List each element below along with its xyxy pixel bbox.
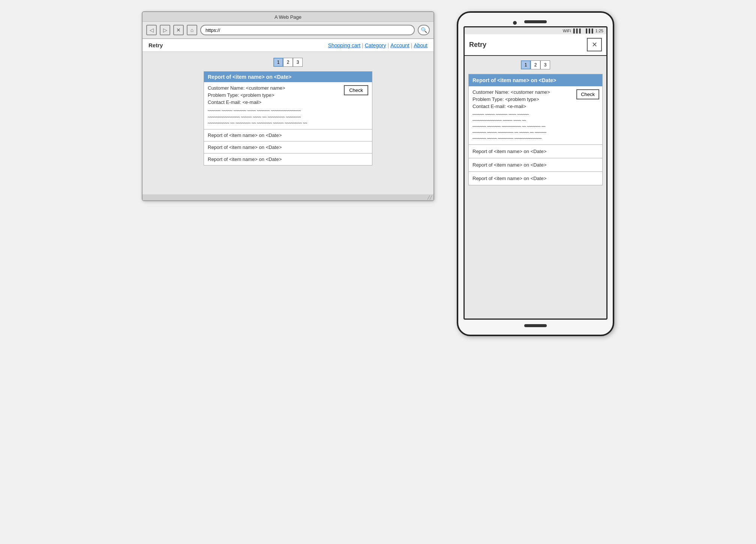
nav-sep-1: | xyxy=(362,42,363,48)
browser-scrollbar[interactable]: ╱╱ xyxy=(142,194,434,200)
report-title-3: Report of <item name> on <Date> xyxy=(208,144,282,150)
phone-report-title: Report of <item name> on <Date> xyxy=(472,77,556,83)
phone-speaker xyxy=(524,20,547,23)
browser-title: A Web Page xyxy=(274,14,302,20)
wifi-icon: WiFi xyxy=(563,29,571,33)
browser-titlebar: A Web Page xyxy=(142,12,434,22)
phone-header: Retry ✕ xyxy=(465,34,606,56)
table-row[interactable]: Report of <item name> on <Date> xyxy=(204,153,372,165)
time-display: 1:25 xyxy=(596,29,603,33)
phone-logo: Retry xyxy=(469,41,486,49)
scrollbar-icon: ╱╱ xyxy=(428,195,432,200)
phone-home-button[interactable] xyxy=(524,324,547,327)
forward-button[interactable]: ▷ xyxy=(160,25,170,35)
phone-report-body-text: ~~~~~~ ~~~~~ ~~~~~~ ~~~~ ~~~~~~ ~~~~~~~~… xyxy=(472,111,598,141)
address-bar[interactable] xyxy=(200,25,415,35)
report-list: Report of <item name> on <Date> Check Cu… xyxy=(204,71,372,165)
search-button[interactable]: 🔍 xyxy=(418,25,430,35)
site-header: Retry Shopping cart | Category | Account… xyxy=(142,39,434,52)
browser-toolbar: ◁ ▷ ✕ ⌂ 🔍 xyxy=(142,22,434,39)
nav-sep-3: | xyxy=(411,42,412,48)
nav-sep-2: | xyxy=(388,42,389,48)
phone-report-list: Report of <item name> on <Date> Check Cu… xyxy=(468,74,603,185)
report-item-collapsed: Report of <item name> on <Date> xyxy=(204,153,372,165)
menu-icon-button[interactable]: ✕ xyxy=(587,38,602,51)
site-nav: Shopping cart | Category | Account | Abo… xyxy=(328,42,428,48)
report-item-body: Check Customer Name: <customer name> Pro… xyxy=(204,82,372,129)
phone-report-title-3: Report of <item name> on <Date> xyxy=(472,162,546,168)
phone-status-bar: WiFi ▌▌▌ ▐▐▐ 1:25 xyxy=(465,27,606,34)
nav-about[interactable]: About xyxy=(414,42,428,48)
phone-report-title-2: Report of <item name> on <Date> xyxy=(472,149,546,154)
nav-category[interactable]: Category xyxy=(365,42,386,48)
table-row: Report of <item name> on <Date> Check Cu… xyxy=(469,74,602,145)
table-row[interactable]: Report of <item name> on <Date> xyxy=(204,141,372,153)
phone-page-btn-3[interactable]: 3 xyxy=(540,60,550,69)
table-row[interactable]: Report of <item name> on <Date> xyxy=(469,172,602,185)
page-btn-2[interactable]: 2 xyxy=(283,58,293,67)
browser-content: Retry Shopping cart | Category | Account… xyxy=(142,39,434,200)
phone-report-collapsed: Report of <item name> on <Date> xyxy=(469,158,602,171)
report-item-header[interactable]: Report of <item name> on <Date> xyxy=(204,72,372,82)
report-item-collapsed: Report of <item name> on <Date> xyxy=(204,129,372,141)
nav-account[interactable]: Account xyxy=(390,42,410,48)
phone-body: 1 2 3 Report of <item name> on <Date> Ch… xyxy=(465,56,606,319)
phone-check-button[interactable]: Check xyxy=(576,89,599,99)
phone-camera xyxy=(513,21,517,25)
pagination: 1 2 3 xyxy=(150,58,426,67)
site-logo: Retry xyxy=(148,42,328,48)
phone-report-body: Check Customer Name: <customer name> Pro… xyxy=(469,86,602,144)
page-btn-1[interactable]: 1 xyxy=(273,58,283,67)
close-button[interactable]: ✕ xyxy=(173,25,184,35)
table-row[interactable]: Report of <item name> on <Date> xyxy=(469,158,602,172)
close-icon: ✕ xyxy=(592,41,597,49)
back-button[interactable]: ◁ xyxy=(146,25,157,35)
phone-page-btn-2[interactable]: 2 xyxy=(531,60,540,69)
check-button[interactable]: Check xyxy=(344,85,368,95)
report-item-collapsed: Report of <item name> on <Date> xyxy=(204,141,372,153)
nav-shopping-cart[interactable]: Shopping cart xyxy=(328,42,360,48)
phone-page-btn-1[interactable]: 1 xyxy=(521,60,531,69)
phone-report-collapsed: Report of <item name> on <Date> xyxy=(469,145,602,158)
table-row[interactable]: Report of <item name> on <Date> xyxy=(469,145,602,158)
page-btn-3[interactable]: 3 xyxy=(293,58,303,67)
phone-device: WiFi ▌▌▌ ▐▐▐ 1:25 Retry ✕ 1 2 3 xyxy=(457,11,614,336)
home-button[interactable]: ⌂ xyxy=(187,25,197,35)
phone-report-collapsed: Report of <item name> on <Date> xyxy=(469,172,602,185)
phone-pagination: 1 2 3 xyxy=(468,60,603,69)
table-row[interactable]: Report of <item name> on <Date> xyxy=(204,129,372,141)
phone-report-header[interactable]: Report of <item name> on <Date> xyxy=(469,74,602,86)
contact-email: Contact E-mail: <e-mail> xyxy=(208,99,368,105)
signal-icon: ▌▌▌ xyxy=(573,29,582,33)
report-title-2: Report of <item name> on <Date> xyxy=(208,132,282,138)
phone-contact-email: Contact E-mail: <e-mail> xyxy=(472,104,598,109)
phone-report-title-4: Report of <item name> on <Date> xyxy=(472,176,546,181)
report-title-4: Report of <item name> on <Date> xyxy=(208,156,282,162)
battery-icon: ▐▐▐ xyxy=(584,29,593,33)
phone-screen: WiFi ▌▌▌ ▐▐▐ 1:25 Retry ✕ 1 2 3 xyxy=(464,26,608,320)
page-body: 1 2 3 Report of <item name> on <Date> Ch… xyxy=(142,52,434,194)
report-body-text: ~~~~~~ ~~~~~ ~~~~~~ ~~~~ ~~~~~~ ~~~~~~~~… xyxy=(208,107,368,126)
report-title: Report of <item name> on <Date> xyxy=(208,74,291,80)
browser-window: A Web Page ◁ ▷ ✕ ⌂ 🔍 Retry Shopping cart… xyxy=(142,11,434,201)
table-row: Report of <item name> on <Date> Check Cu… xyxy=(204,72,372,129)
